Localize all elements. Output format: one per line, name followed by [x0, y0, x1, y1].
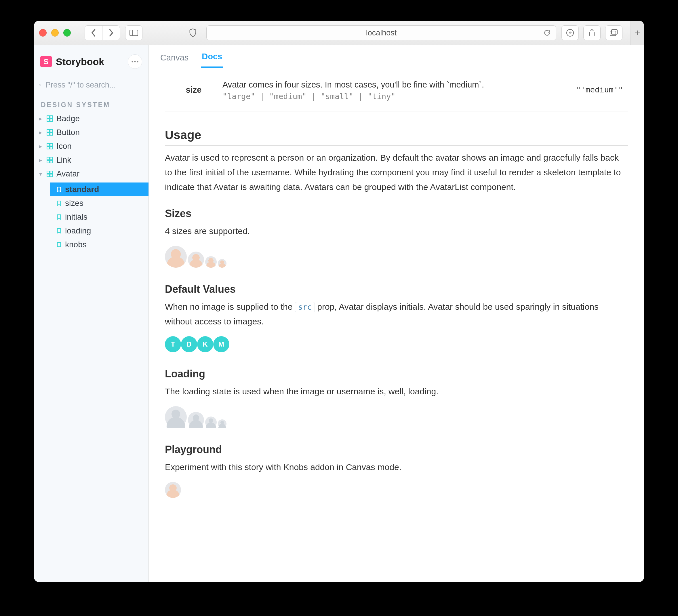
- svg-rect-24: [50, 157, 53, 160]
- svg-rect-19: [47, 143, 49, 146]
- forward-button[interactable]: [102, 26, 120, 40]
- sidebar-toggle-button[interactable]: [125, 25, 143, 40]
- avatar-initial: D: [181, 336, 197, 352]
- component-icon: [47, 129, 53, 136]
- sidebar-item-label: Badge: [57, 114, 80, 123]
- ellipsis-icon: [131, 61, 139, 63]
- svg-rect-11: [47, 116, 49, 118]
- avatar-image-large: [165, 246, 187, 268]
- window-traffic-lights: [39, 29, 71, 37]
- sidebar-item-label: initials: [65, 212, 87, 222]
- avatar-loading-large: [165, 406, 187, 428]
- avatar-image-medium: [188, 252, 204, 268]
- svg-rect-27: [47, 171, 49, 174]
- caret-right-icon: ▸: [38, 115, 43, 122]
- prop-name: size: [165, 80, 222, 95]
- heading-usage: Usage: [165, 128, 628, 146]
- avatar-image-small: [205, 256, 217, 268]
- props-row-size: size Avatar comes in four sizes. In most…: [165, 68, 628, 111]
- svg-rect-16: [50, 130, 53, 132]
- svg-rect-28: [50, 171, 53, 174]
- sidebar-icon: [129, 30, 138, 36]
- sidebar-story-standard[interactable]: standard: [50, 182, 149, 196]
- bookmark-icon: [57, 214, 62, 220]
- new-tab-button[interactable]: [631, 21, 644, 45]
- privacy-button[interactable]: [184, 26, 201, 40]
- sidebar-search[interactable]: [39, 78, 143, 92]
- avatar-loading-small: [205, 416, 217, 428]
- bookmark-icon: [57, 201, 62, 206]
- search-icon: [39, 81, 41, 88]
- download-icon: [566, 29, 574, 37]
- tab-canvas[interactable]: Canvas: [160, 48, 189, 68]
- avatar-initial: M: [213, 336, 229, 352]
- svg-rect-0: [130, 30, 138, 36]
- tabs-icon: [610, 29, 618, 36]
- main-panel: Canvas Docs size Avatar comes in four si…: [149, 45, 644, 582]
- code-src: src: [295, 302, 315, 312]
- sidebar-story-initials[interactable]: initials: [50, 210, 149, 224]
- docs-content[interactable]: size Avatar comes in four sizes. In most…: [149, 68, 644, 582]
- svg-rect-14: [50, 119, 53, 121]
- svg-rect-30: [50, 174, 53, 177]
- sidebar-item-avatar[interactable]: ▾ Avatar: [34, 167, 149, 181]
- heading-loading: Loading: [165, 368, 628, 380]
- prop-default: "'medium'": [576, 80, 628, 94]
- avatar-image-medium: [165, 482, 181, 498]
- bookmark-icon: [57, 242, 62, 247]
- sidebar-tree: ▸ Badge ▸ Button ▸ Icon ▸ Link ▾: [34, 110, 149, 255]
- component-icon: [47, 171, 53, 177]
- component-icon: [47, 143, 53, 149]
- component-icon: [47, 115, 53, 122]
- share-button[interactable]: [583, 25, 601, 40]
- svg-rect-23: [47, 157, 49, 160]
- avatar-image-tiny: [218, 259, 226, 268]
- svg-rect-17: [47, 133, 49, 135]
- sidebar-story-sizes[interactable]: sizes: [50, 196, 149, 210]
- storybook-logo-icon: S: [40, 56, 52, 67]
- reload-button[interactable]: [543, 29, 551, 37]
- svg-line-10: [40, 85, 41, 86]
- chevron-left-icon: [91, 29, 96, 37]
- svg-rect-29: [47, 174, 49, 177]
- downloads-button[interactable]: [561, 25, 579, 40]
- paragraph-playground: Experiment with this story with Knobs ad…: [165, 460, 628, 474]
- svg-rect-26: [50, 160, 53, 163]
- back-button[interactable]: [85, 26, 102, 40]
- prop-type: "large" | "medium" | "small" | "tiny": [222, 92, 576, 101]
- minimize-window-button[interactable]: [51, 29, 59, 37]
- caret-right-icon: ▸: [38, 129, 43, 136]
- sidebar-item-icon[interactable]: ▸ Icon: [34, 139, 149, 153]
- tab-docs[interactable]: Docs: [201, 47, 223, 68]
- close-window-button[interactable]: [39, 29, 47, 37]
- window-toolbar: localhost: [34, 21, 644, 45]
- shield-icon: [189, 28, 197, 37]
- sidebar-item-label: standard: [65, 185, 99, 194]
- svg-point-8: [137, 61, 139, 63]
- sidebar-item-link[interactable]: ▸ Link: [34, 153, 149, 167]
- prop-description: Avatar comes in four sizes. In most case…: [222, 80, 576, 89]
- zoom-window-button[interactable]: [63, 29, 71, 37]
- paragraph-sizes: 4 sizes are supported.: [165, 224, 628, 238]
- reload-icon: [543, 29, 551, 37]
- avatar-initial: K: [197, 336, 213, 352]
- tabs-button[interactable]: [605, 25, 623, 40]
- svg-point-6: [132, 61, 133, 63]
- paragraph-default-values: When no image is supplied to the src pro…: [165, 299, 628, 329]
- sidebar-item-label: Avatar: [57, 169, 79, 178]
- storybook-logo-text: Storybook: [56, 56, 104, 67]
- heading-playground: Playground: [165, 443, 628, 456]
- sidebar-item-badge[interactable]: ▸ Badge: [34, 112, 149, 125]
- svg-rect-21: [47, 147, 49, 149]
- paragraph-usage: Avatar is used to represent a person or …: [165, 150, 628, 194]
- sidebar-story-knobs[interactable]: knobs: [50, 238, 149, 252]
- avatar-initial: T: [165, 336, 181, 352]
- preview-initials: T D K M: [165, 332, 628, 355]
- sidebar-item-label: Link: [57, 155, 71, 165]
- sidebar-menu-button[interactable]: [128, 55, 142, 69]
- sidebar-item-button[interactable]: ▸ Button: [34, 125, 149, 139]
- url-field[interactable]: localhost: [206, 25, 556, 40]
- sidebar-story-loading[interactable]: loading: [50, 224, 149, 238]
- search-input[interactable]: [45, 80, 143, 90]
- preview-loading: [165, 402, 628, 430]
